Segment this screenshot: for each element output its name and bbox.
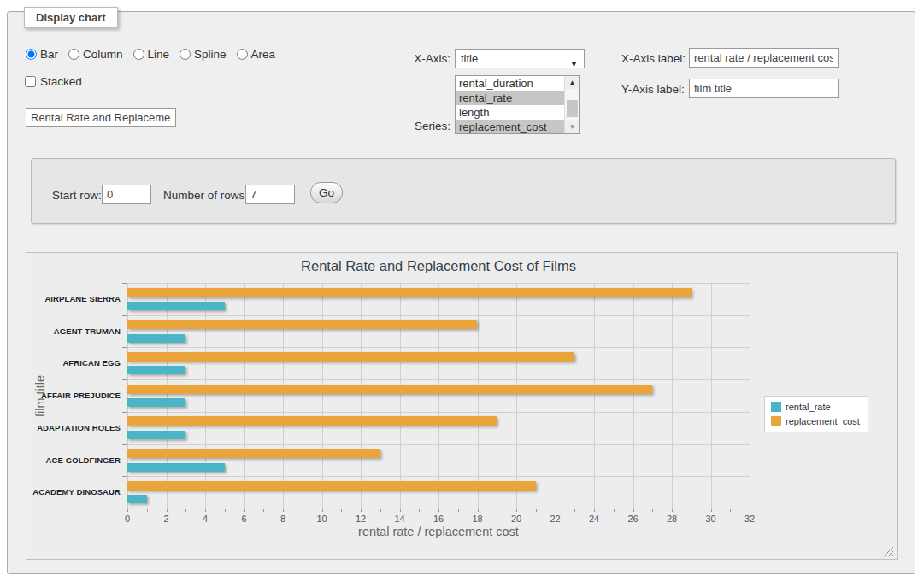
category-label: AFFAIR PREJUDICE [41,379,121,412]
radio-label[interactable]: Area [251,48,276,61]
gridline-v [438,283,439,509]
x-minor-tick [322,509,323,512]
series-listbox-options: rental_durationrental_ratelengthreplacem… [456,76,564,133]
gridline-v [127,283,128,509]
y-tick [122,283,127,284]
x-tick-label: 2 [163,514,168,524]
bar-rental_rate-3 [127,398,185,407]
legend-item-rental_rate[interactable]: rental_rate [771,402,860,412]
x-minor-tick [692,509,692,512]
x-minor-tick [516,509,517,512]
x-minor-tick [574,509,575,512]
radio-label[interactable]: Bar [40,48,58,61]
x-axis-select[interactable]: title ▼ [455,49,585,68]
x-tick-label: 14 [394,514,404,524]
series-listbox[interactable]: rental_durationrental_ratelengthreplacem… [455,75,580,134]
gridline-h [127,347,750,348]
radio-column[interactable] [68,49,79,60]
scroll-down-icon[interactable]: ▼ [565,121,580,133]
gridline-h [127,283,750,284]
x-axis-label-input[interactable] [689,48,839,68]
gridline-v [750,283,750,509]
x-minor-tick [225,509,226,512]
x-minor-tick [244,509,245,512]
legend-item-replacement_cost[interactable]: replacement_cost [771,416,860,426]
gridline-v [400,283,401,509]
x-minor-tick [185,509,186,512]
y-tick [122,476,127,477]
chart-type-radios: BarColumnLineSplineArea [26,48,282,61]
category-label: AGENT TRUMAN [54,315,121,348]
radio-spline[interactable] [180,49,191,60]
radio-line[interactable] [133,49,144,60]
x-axis-select-label: X-Axis: [385,52,450,65]
x-tick-label: 20 [511,514,521,524]
radio-label[interactable]: Line [148,48,170,61]
x-minor-tick [147,509,148,512]
x-tick-label: 18 [472,514,482,524]
x-axis-label-label: X-Axis label: [621,52,686,65]
y-axis-label-input[interactable] [689,79,839,98]
chart-type-area[interactable]: Area [237,48,276,61]
gridline-h [127,315,750,316]
num-rows-input[interactable] [245,185,295,204]
legend-swatch [771,416,781,426]
gridline-h [127,444,750,445]
gridline-v [516,283,517,509]
bar-replacement_cost-6 [127,481,536,491]
x-minor-tick [614,509,615,512]
gridline-v [322,283,323,509]
resize-handle-icon[interactable] [883,545,893,556]
scrollbar-thumb[interactable] [567,100,578,117]
bar-replacement_cost-5 [127,449,380,458]
gridline-v [672,283,673,509]
x-tick-label: 24 [589,514,599,524]
chart-type-line[interactable]: Line [133,48,170,61]
chart-legend: rental_ratereplacement_cost [764,396,868,432]
x-minor-tick [438,509,439,512]
bar-replacement_cost-3 [127,385,652,394]
chart-type-column[interactable]: Column [68,48,123,61]
stacked-checkbox[interactable] [25,76,36,87]
x-tick-label: 26 [627,514,638,524]
gridline-h [127,412,750,413]
series-scrollbar[interactable]: ▲ ▼ [564,76,579,133]
gridline-h [127,379,750,380]
x-minor-tick [380,509,381,512]
bar-replacement_cost-2 [127,352,574,362]
start-row-input[interactable] [102,185,151,204]
start-row-label: Start row: [52,189,102,202]
gridline-v [556,283,556,509]
x-minor-tick [127,509,128,512]
radio-label[interactable]: Column [83,48,123,61]
series-option-replacement_cost[interactable]: replacement_cost [456,120,564,133]
radio-label[interactable]: Spline [194,48,227,61]
x-minor-tick [594,509,595,512]
gridline-h [127,476,750,477]
radio-bar[interactable] [26,49,37,60]
category-label: ACE GOLDFINGER [46,444,121,477]
chart-type-bar[interactable]: Bar [26,48,58,61]
x-minor-tick [419,509,420,512]
y-tick [122,444,127,445]
radio-area[interactable] [237,49,248,60]
scroll-up-icon[interactable]: ▲ [565,76,580,89]
chart-plot-area: 02468101214161820222426283032AIRPLANE SI… [127,283,750,509]
x-minor-tick [303,509,303,512]
go-button[interactable]: Go [310,182,343,203]
chart-title-input[interactable] [26,108,176,127]
chart-type-spline[interactable]: Spline [180,48,227,61]
x-tick-label: 16 [433,514,444,524]
series-option-rental_duration[interactable]: rental_duration [456,76,564,91]
y-tick [122,315,127,316]
gridline-v [244,283,245,509]
y-tick [122,379,127,380]
series-option-rental_rate[interactable]: rental_rate [456,91,564,105]
gridline-v [361,283,362,509]
series-option-length[interactable]: length [456,105,564,120]
x-tick-label: 6 [241,514,246,524]
rows-panel: Start row: Number of rows: Go [31,158,896,224]
x-minor-tick [167,509,168,512]
chevron-down-icon: ▼ [570,56,578,73]
x-minor-tick [341,509,342,512]
